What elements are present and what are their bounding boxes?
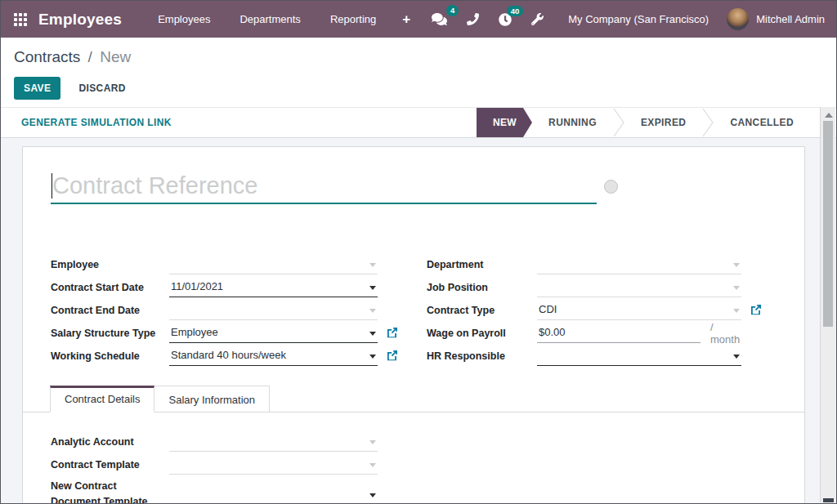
- field-row-analytic-account: Analytic Account: [51, 430, 378, 453]
- phone-icon: [467, 13, 479, 25]
- menu-reporting[interactable]: Reporting: [316, 1, 391, 38]
- contract-end-date-input[interactable]: [169, 303, 378, 317]
- dropdown-caret-icon[interactable]: [369, 263, 376, 267]
- dropdown-caret-icon[interactable]: [369, 463, 376, 467]
- stage-running[interactable]: RUNNING: [532, 108, 613, 137]
- dropdown-caret-icon[interactable]: [733, 355, 740, 359]
- stage-pipeline: NEW RUNNING EXPIRED CANCELLED: [477, 108, 810, 137]
- contract-end-date-field: [169, 301, 378, 320]
- right-column: Department Job Position: [427, 253, 741, 368]
- stage-cancelled[interactable]: CANCELLED: [714, 108, 810, 137]
- stage-expired[interactable]: EXPIRED: [624, 108, 702, 137]
- add-menu-icon[interactable]: +: [391, 11, 422, 28]
- main-menu: Employees Departments Reporting +: [143, 1, 422, 38]
- notebook-tabs: Contract Details Salary Information: [23, 386, 804, 413]
- dropdown-caret-icon[interactable]: [369, 286, 376, 290]
- contract-start-date-input[interactable]: [169, 280, 378, 294]
- breadcrumb-current: New: [100, 48, 131, 65]
- app-title[interactable]: Employees: [38, 11, 122, 29]
- apps-menu-icon[interactable]: [14, 13, 27, 26]
- hr-responsible-field: [537, 347, 741, 366]
- contract-type-input[interactable]: [537, 303, 741, 317]
- new-contract-document-template-input[interactable]: [169, 488, 378, 502]
- working-schedule-input[interactable]: [169, 349, 378, 363]
- kanban-state-circle[interactable]: [604, 180, 618, 194]
- control-panel: Contracts / New SAVE DISCARD: [1, 38, 836, 107]
- contract-reference-row: [51, 168, 777, 204]
- wage-on-payroll-input[interactable]: [537, 326, 700, 340]
- external-link-button[interactable]: [386, 327, 398, 339]
- field-label: Contract Start Date: [51, 282, 169, 293]
- external-link-icon: [387, 350, 398, 361]
- form-statusbar: GENERATE SIMULATION LINK NEW RUNNING EXP…: [1, 107, 836, 138]
- activities-badge: 40: [507, 6, 524, 17]
- text-cursor: [51, 173, 52, 198]
- scrollbar-thumb[interactable]: [823, 121, 833, 327]
- voip-button[interactable]: [457, 13, 489, 25]
- contract-template-input[interactable]: [169, 457, 378, 471]
- avatar[interactable]: [727, 8, 749, 30]
- wrench-icon: [531, 13, 544, 25]
- field-row-new-contract-document-template: New Contract Document Template: [51, 476, 378, 503]
- scrollbar-up-arrow[interactable]: [825, 113, 833, 118]
- save-button[interactable]: SAVE: [14, 77, 60, 100]
- new-contract-document-template-field: [169, 486, 378, 503]
- dropdown-caret-icon[interactable]: [369, 355, 376, 359]
- activities-button[interactable]: 40: [489, 13, 521, 26]
- dropdown-caret-icon[interactable]: [369, 440, 376, 444]
- job-position-input[interactable]: [537, 280, 741, 294]
- contract-template-field: [169, 456, 378, 475]
- dropdown-caret-icon[interactable]: [369, 332, 376, 336]
- dropdown-caret-icon[interactable]: [369, 493, 376, 497]
- menu-employees[interactable]: Employees: [143, 1, 225, 38]
- department-input[interactable]: [537, 257, 741, 271]
- field-label: Employee: [51, 259, 169, 270]
- stage-new[interactable]: NEW: [477, 108, 532, 137]
- department-field: [537, 256, 741, 274]
- field-grid: Employee Contract Start Date: [51, 253, 777, 368]
- field-row-hr-responsible: HR Responsible: [427, 345, 741, 368]
- user-menu[interactable]: Mitchell Admin: [756, 13, 825, 25]
- contract-reference-input[interactable]: [51, 168, 597, 203]
- tools-button[interactable]: [521, 13, 553, 25]
- dropdown-caret-icon[interactable]: [733, 286, 740, 290]
- salary-structure-type-field: [169, 324, 378, 343]
- company-switcher[interactable]: My Company (San Francisco): [568, 13, 709, 25]
- dropdown-caret-icon[interactable]: [369, 309, 376, 313]
- external-link-button[interactable]: [750, 304, 762, 316]
- discard-button[interactable]: DISCARD: [69, 77, 135, 100]
- hr-responsible-input[interactable]: [537, 349, 741, 363]
- employee-input[interactable]: [169, 257, 378, 271]
- field-row-contract-start-date: Contract Start Date: [51, 276, 378, 299]
- messages-button[interactable]: 4: [422, 12, 457, 26]
- salary-structure-type-input[interactable]: [169, 326, 378, 340]
- dropdown-caret-icon[interactable]: [733, 263, 740, 267]
- field-label: Job Position: [427, 282, 537, 293]
- field-row-employee: Employee: [51, 253, 378, 276]
- menu-departments[interactable]: Departments: [225, 1, 315, 38]
- scrollbar-down-button[interactable]: [823, 498, 834, 502]
- tab-contract-details[interactable]: Contract Details: [50, 386, 154, 413]
- analytic-account-input[interactable]: [169, 435, 378, 448]
- breadcrumb: Contracts / New: [14, 48, 823, 66]
- field-row-contract-end-date: Contract End Date: [51, 299, 378, 322]
- breadcrumb-contracts-link[interactable]: Contracts: [14, 48, 80, 65]
- contract-reference-wrap: [51, 168, 597, 204]
- field-row-wage-on-payroll: Wage on Payroll / month: [427, 322, 741, 345]
- form-sheet: Employee Contract Start Date: [22, 146, 805, 503]
- generate-simulation-link-button[interactable]: GENERATE SIMULATION LINK: [21, 117, 172, 128]
- employee-field: [169, 256, 378, 274]
- stage-separator-icon: [613, 108, 624, 137]
- dropdown-caret-icon[interactable]: [733, 309, 740, 313]
- contract-details-pane: Analytic Account Contract Template New C…: [51, 430, 378, 503]
- vertical-scrollbar[interactable]: [820, 107, 835, 502]
- external-link-button[interactable]: [386, 350, 398, 362]
- tab-salary-information[interactable]: Salary Information: [154, 386, 270, 413]
- stage-separator-icon: [702, 108, 714, 137]
- odoo-window: Employees Employees Departments Reportin…: [0, 0, 837, 504]
- wage-period-suffix: / month: [710, 321, 741, 346]
- contract-type-field: [537, 301, 741, 320]
- external-link-icon: [750, 304, 762, 315]
- field-label: Department: [427, 259, 537, 270]
- analytic-account-field: [169, 433, 378, 452]
